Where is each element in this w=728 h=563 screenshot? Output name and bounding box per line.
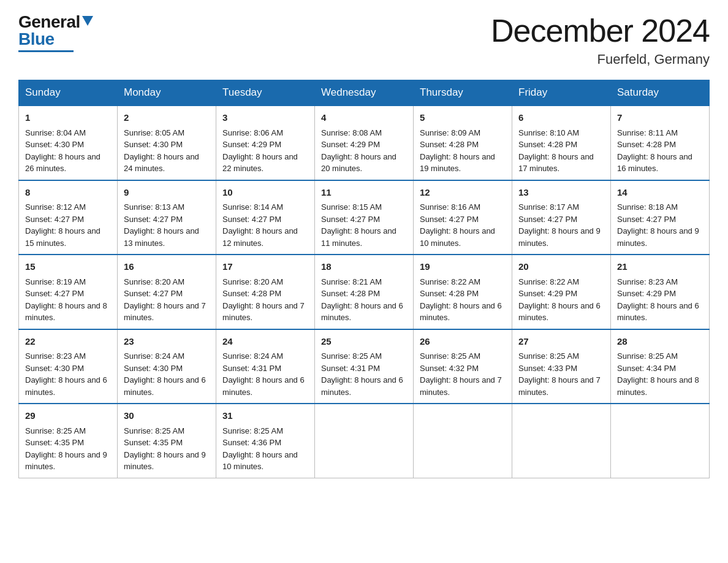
day-info: Sunrise: 8:22 AMSunset: 4:28 PMDaylight:… — [420, 276, 506, 324]
day-info: Sunrise: 8:17 AMSunset: 4:27 PMDaylight:… — [518, 201, 604, 249]
calendar-cell: 16Sunrise: 8:20 AMSunset: 4:27 PMDayligh… — [118, 255, 216, 329]
day-number: 31 — [222, 409, 308, 423]
weekday-header-row: Sunday Monday Tuesday Wednesday Thursday… — [19, 80, 710, 106]
day-info: Sunrise: 8:25 AMSunset: 4:34 PMDaylight:… — [617, 350, 703, 398]
day-info: Sunrise: 8:25 AMSunset: 4:35 PMDaylight:… — [124, 425, 210, 473]
day-number: 23 — [124, 335, 210, 349]
calendar-cell: 26Sunrise: 8:25 AMSunset: 4:32 PMDayligh… — [414, 329, 512, 404]
calendar-cell: 4Sunrise: 8:08 AMSunset: 4:29 PMDaylight… — [315, 105, 414, 180]
day-number: 30 — [124, 409, 210, 423]
day-number: 11 — [321, 186, 407, 200]
header-thursday: Thursday — [414, 80, 512, 106]
calendar-cell: 30Sunrise: 8:25 AMSunset: 4:35 PMDayligh… — [118, 404, 216, 478]
day-info: Sunrise: 8:24 AMSunset: 4:31 PMDaylight:… — [222, 350, 308, 398]
day-number: 2 — [124, 111, 210, 125]
page-header: General Blue December 2024 Fuerfeld, Ger… — [18, 12, 710, 67]
day-info: Sunrise: 8:20 AMSunset: 4:28 PMDaylight:… — [222, 276, 308, 324]
day-number: 17 — [222, 260, 308, 274]
calendar-cell: 24Sunrise: 8:24 AMSunset: 4:31 PMDayligh… — [216, 329, 315, 404]
header-friday: Friday — [512, 80, 611, 106]
week-row-1: 1Sunrise: 8:04 AMSunset: 4:30 PMDaylight… — [19, 105, 710, 180]
calendar-cell: 11Sunrise: 8:15 AMSunset: 4:27 PMDayligh… — [315, 180, 414, 255]
day-number: 19 — [420, 260, 506, 274]
day-info: Sunrise: 8:13 AMSunset: 4:27 PMDaylight:… — [124, 201, 210, 249]
day-info: Sunrise: 8:10 AMSunset: 4:28 PMDaylight:… — [518, 127, 604, 175]
calendar-cell: 22Sunrise: 8:23 AMSunset: 4:30 PMDayligh… — [19, 329, 118, 404]
calendar-table: Sunday Monday Tuesday Wednesday Thursday… — [18, 80, 710, 478]
logo: General Blue — [18, 12, 93, 52]
week-row-4: 22Sunrise: 8:23 AMSunset: 4:30 PMDayligh… — [19, 329, 710, 404]
day-number: 27 — [518, 335, 604, 349]
day-info: Sunrise: 8:23 AMSunset: 4:30 PMDaylight:… — [25, 350, 111, 398]
day-number: 4 — [321, 111, 407, 125]
day-info: Sunrise: 8:06 AMSunset: 4:29 PMDaylight:… — [222, 127, 308, 175]
day-info: Sunrise: 8:24 AMSunset: 4:30 PMDaylight:… — [124, 350, 210, 398]
day-info: Sunrise: 8:09 AMSunset: 4:28 PMDaylight:… — [420, 127, 506, 175]
day-info: Sunrise: 8:22 AMSunset: 4:29 PMDaylight:… — [518, 276, 604, 324]
day-info: Sunrise: 8:15 AMSunset: 4:27 PMDaylight:… — [321, 201, 407, 249]
calendar-cell: 9Sunrise: 8:13 AMSunset: 4:27 PMDaylight… — [118, 180, 216, 255]
day-info: Sunrise: 8:25 AMSunset: 4:31 PMDaylight:… — [321, 350, 407, 398]
calendar-cell — [512, 404, 611, 478]
day-number: 10 — [222, 186, 308, 200]
header-saturday: Saturday — [611, 80, 710, 106]
day-number: 12 — [420, 186, 506, 200]
day-info: Sunrise: 8:21 AMSunset: 4:28 PMDaylight:… — [321, 276, 407, 324]
day-number: 24 — [222, 335, 308, 349]
header-wednesday: Wednesday — [315, 80, 414, 106]
calendar-cell: 13Sunrise: 8:17 AMSunset: 4:27 PMDayligh… — [512, 180, 611, 255]
day-info: Sunrise: 8:14 AMSunset: 4:27 PMDaylight:… — [222, 201, 308, 249]
week-row-5: 29Sunrise: 8:25 AMSunset: 4:35 PMDayligh… — [19, 404, 710, 478]
day-number: 28 — [617, 335, 703, 349]
calendar-cell: 23Sunrise: 8:24 AMSunset: 4:30 PMDayligh… — [118, 329, 216, 404]
calendar-cell: 29Sunrise: 8:25 AMSunset: 4:35 PMDayligh… — [19, 404, 118, 478]
week-row-2: 8Sunrise: 8:12 AMSunset: 4:27 PMDaylight… — [19, 180, 710, 255]
calendar-cell: 3Sunrise: 8:06 AMSunset: 4:29 PMDaylight… — [216, 105, 315, 180]
day-info: Sunrise: 8:25 AMSunset: 4:35 PMDaylight:… — [25, 425, 111, 473]
day-number: 29 — [25, 409, 111, 423]
day-number: 5 — [420, 111, 506, 125]
calendar-cell: 31Sunrise: 8:25 AMSunset: 4:36 PMDayligh… — [216, 404, 315, 478]
day-number: 3 — [222, 111, 308, 125]
calendar-cell — [414, 404, 512, 478]
calendar-cell: 7Sunrise: 8:11 AMSunset: 4:28 PMDaylight… — [611, 105, 710, 180]
day-number: 15 — [25, 260, 111, 274]
day-info: Sunrise: 8:20 AMSunset: 4:27 PMDaylight:… — [124, 276, 210, 324]
calendar-cell — [315, 404, 414, 478]
calendar-cell: 18Sunrise: 8:21 AMSunset: 4:28 PMDayligh… — [315, 255, 414, 329]
calendar-cell: 20Sunrise: 8:22 AMSunset: 4:29 PMDayligh… — [512, 255, 611, 329]
day-info: Sunrise: 8:18 AMSunset: 4:27 PMDaylight:… — [617, 201, 703, 249]
day-info: Sunrise: 8:25 AMSunset: 4:36 PMDaylight:… — [222, 425, 308, 473]
day-number: 14 — [617, 186, 703, 200]
calendar-cell: 17Sunrise: 8:20 AMSunset: 4:28 PMDayligh… — [216, 255, 315, 329]
day-info: Sunrise: 8:25 AMSunset: 4:33 PMDaylight:… — [518, 350, 604, 398]
day-info: Sunrise: 8:08 AMSunset: 4:29 PMDaylight:… — [321, 127, 407, 175]
logo-triangle-icon — [82, 16, 93, 26]
day-number: 6 — [518, 111, 604, 125]
day-number: 26 — [420, 335, 506, 349]
day-number: 8 — [25, 186, 111, 200]
day-number: 9 — [124, 186, 210, 200]
header-monday: Monday — [118, 80, 216, 106]
calendar-cell: 21Sunrise: 8:23 AMSunset: 4:29 PMDayligh… — [611, 255, 710, 329]
calendar-cell — [611, 404, 710, 478]
day-number: 1 — [25, 111, 111, 125]
calendar-cell: 1Sunrise: 8:04 AMSunset: 4:30 PMDaylight… — [19, 105, 118, 180]
day-number: 22 — [25, 335, 111, 349]
day-number: 7 — [617, 111, 703, 125]
logo-underline — [18, 50, 74, 52]
day-number: 20 — [518, 260, 604, 274]
calendar-cell: 8Sunrise: 8:12 AMSunset: 4:27 PMDaylight… — [19, 180, 118, 255]
calendar-cell: 15Sunrise: 8:19 AMSunset: 4:27 PMDayligh… — [19, 255, 118, 329]
day-info: Sunrise: 8:04 AMSunset: 4:30 PMDaylight:… — [25, 127, 111, 175]
day-info: Sunrise: 8:12 AMSunset: 4:27 PMDaylight:… — [25, 201, 111, 249]
header-tuesday: Tuesday — [216, 80, 315, 106]
calendar-cell: 19Sunrise: 8:22 AMSunset: 4:28 PMDayligh… — [414, 255, 512, 329]
calendar-cell: 5Sunrise: 8:09 AMSunset: 4:28 PMDaylight… — [414, 105, 512, 180]
title-section: December 2024 Fuerfeld, Germany — [491, 12, 710, 67]
calendar-cell: 14Sunrise: 8:18 AMSunset: 4:27 PMDayligh… — [611, 180, 710, 255]
calendar-cell: 12Sunrise: 8:16 AMSunset: 4:27 PMDayligh… — [414, 180, 512, 255]
month-title: December 2024 — [491, 12, 710, 49]
day-info: Sunrise: 8:11 AMSunset: 4:28 PMDaylight:… — [617, 127, 703, 175]
calendar-cell: 6Sunrise: 8:10 AMSunset: 4:28 PMDaylight… — [512, 105, 611, 180]
